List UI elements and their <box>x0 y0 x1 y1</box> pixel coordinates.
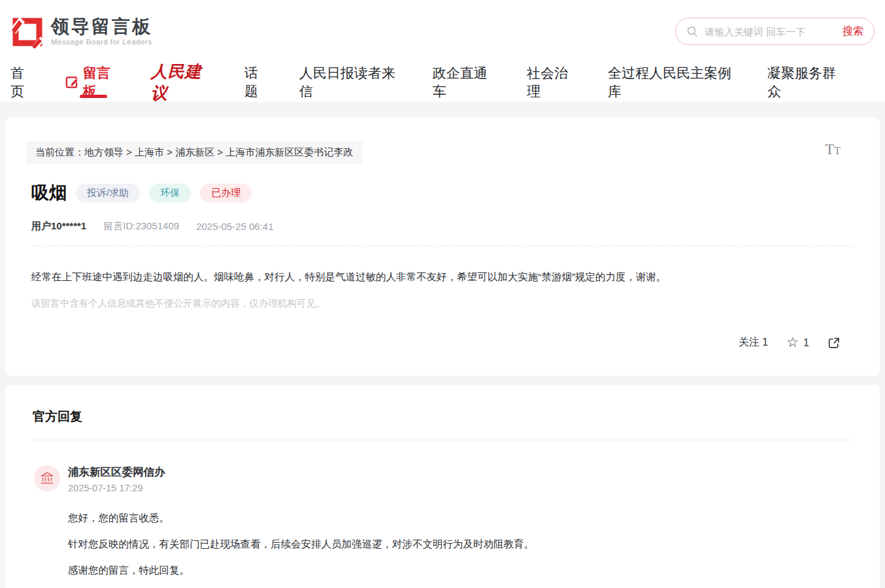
follow-button[interactable]: 关注 1 <box>739 336 768 350</box>
nav-item-topics[interactable]: 话题 <box>244 63 271 102</box>
font-size-button[interactable]: TT <box>825 141 841 158</box>
share-icon <box>827 336 841 350</box>
nav-item-reader-letters[interactable]: 人民日报读者来信 <box>299 63 404 102</box>
site-header: 领导留言板 Message Board for Leaders 搜索 <box>0 0 885 63</box>
logo-subtitle: Message Board for Leaders <box>51 38 152 46</box>
star-button[interactable]: ☆ 1 <box>786 336 809 350</box>
message-content: 经常在上下班途中遇到边走边吸烟的人。烟味呛鼻，对行人，特别是气道过敏的人非常不友… <box>31 269 854 286</box>
search-input[interactable] <box>705 26 843 37</box>
dashed-divider <box>31 246 854 246</box>
message-card: 当前位置：地方领导 > 上海市 > 浦东新区 > 上海市浦东新区区委书记李政 T… <box>5 118 880 376</box>
breadcrumb[interactable]: 当前位置：地方领导 > 上海市 > 浦东新区 > 上海市浦东新区区委书记李政 <box>26 141 362 164</box>
search-box[interactable]: 搜索 <box>675 18 875 45</box>
nav-item-social-governance[interactable]: 社会治理 <box>527 63 579 102</box>
nav-item-gov-enterprise[interactable]: 政企直通车 <box>433 63 498 102</box>
logo-text: 领导留言板 Message Board for Leaders <box>51 17 152 45</box>
reply-section-title: 官方回复 <box>33 408 854 425</box>
reply-paragraph: 针对您反映的情况，有关部门已赴现场查看，后续会安排人员加强巡逻，对涉不文明行为及… <box>68 536 854 553</box>
nav-item-serve-masses[interactable]: 凝聚服务群众 <box>767 63 846 102</box>
message-date: 2025-05-25 06:41 <box>196 221 273 232</box>
privacy-note: 该留言中含有个人信息或其他不便公开展示的内容，仅办理机构可见。 <box>31 297 854 310</box>
message-id: 留言ID:23051409 <box>103 220 179 233</box>
star-icon: ☆ <box>786 335 799 349</box>
section-divider <box>31 440 854 440</box>
nav-item-home[interactable]: 首页 <box>10 63 37 102</box>
nav-item-democracy-cases[interactable]: 全过程人民民主案例库 <box>608 63 739 102</box>
reply-body: 您好，您的留言收悉。 针对您反映的情况，有关部门已赴现场查看，后续会安排人员加强… <box>68 510 854 578</box>
main-nav: 首页 留言板 人民建议 话题 人民日报读者来信 政企直通车 社会治理 全过程人民… <box>0 63 885 102</box>
search-button[interactable]: 搜索 <box>843 25 863 39</box>
official-reply-card: 官方回复 浦东新区区委网信办 2025-07-15 17:29 <box>5 385 880 588</box>
reply-paragraph: 您好，您的留言收悉。 <box>68 510 854 527</box>
edit-board-icon <box>65 75 79 90</box>
search-icon <box>686 25 698 37</box>
tag-category: 投诉/求助 <box>76 184 140 203</box>
active-underline <box>80 95 107 98</box>
site-logo[interactable]: 领导留言板 Message Board for Leaders <box>10 14 152 48</box>
message-title: 吸烟 <box>31 181 67 204</box>
page-content: 当前位置：地方领导 > 上海市 > 浦东新区 > 上海市浦东新区区委书记李政 T… <box>0 102 885 588</box>
tag-domain: 环保 <box>149 184 191 203</box>
reply-date: 2025-07-15 17:29 <box>68 483 165 493</box>
share-button[interactable] <box>827 336 841 350</box>
reply-author: 浦东新区区委网信办 <box>68 465 165 480</box>
message-user: 用户10*****1 <box>31 220 86 233</box>
nav-item-people-suggestions[interactable]: 人民建议 <box>151 63 216 102</box>
government-building-icon <box>40 471 54 485</box>
logo-title: 领导留言板 <box>51 17 152 36</box>
avatar <box>34 465 60 491</box>
status-badge: 已办理 <box>200 184 252 203</box>
nav-item-message-board[interactable]: 留言板 <box>65 63 122 102</box>
reply-paragraph: 感谢您的留言，特此回复。 <box>68 563 854 579</box>
logo-icon <box>10 14 44 48</box>
